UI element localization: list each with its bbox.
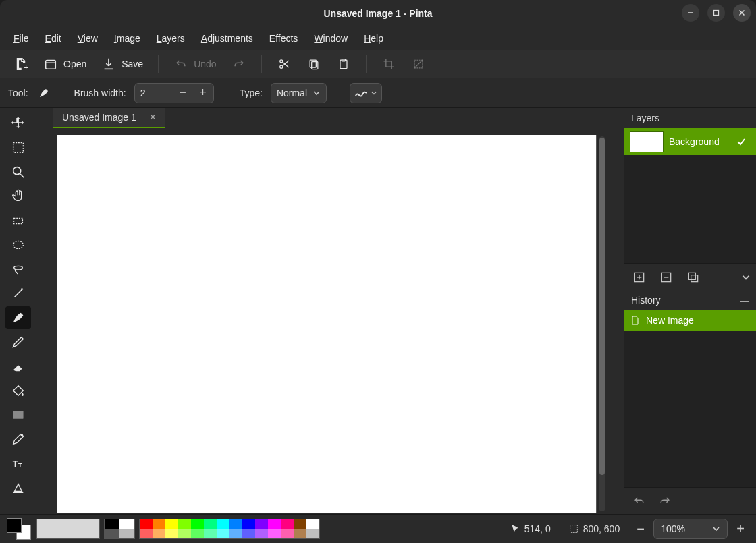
palette-swatch[interactable] bbox=[230, 529, 242, 538]
pan-tool[interactable] bbox=[5, 185, 31, 208]
open-button[interactable]: Open bbox=[38, 54, 92, 74]
canvas[interactable] bbox=[57, 135, 596, 513]
menu-image[interactable]: Image bbox=[107, 30, 147, 47]
foreground-color-swatch[interactable] bbox=[7, 518, 22, 533]
delete-layer-button[interactable] bbox=[657, 268, 676, 287]
document-tab[interactable]: Unsaved Image 1 × bbox=[53, 108, 165, 128]
color-picker-tool[interactable] bbox=[5, 428, 31, 451]
menu-help[interactable]: Help bbox=[357, 30, 390, 47]
redo-button[interactable] bbox=[226, 54, 252, 74]
menu-layers[interactable]: Layers bbox=[150, 30, 192, 47]
palette-swatch[interactable] bbox=[217, 519, 230, 529]
palette-swatch[interactable] bbox=[191, 529, 204, 538]
gradient-tool[interactable] bbox=[5, 403, 31, 426]
history-redo-button[interactable] bbox=[658, 494, 672, 508]
palette-swatch[interactable] bbox=[242, 529, 255, 538]
window-minimize-button[interactable] bbox=[682, 4, 699, 22]
layer-row[interactable]: Background bbox=[624, 128, 756, 155]
layers-panel-collapse[interactable]: — bbox=[740, 113, 749, 123]
rectangle-select-tool[interactable] bbox=[5, 136, 31, 159]
palette-swatch[interactable] bbox=[294, 529, 306, 538]
palette-swatch[interactable] bbox=[140, 529, 153, 538]
paintbrush-tool[interactable] bbox=[5, 306, 31, 329]
move-tool[interactable] bbox=[5, 112, 31, 135]
fg-bg-color-widget[interactable] bbox=[5, 517, 32, 541]
window-maximize-button[interactable] bbox=[707, 4, 725, 22]
palette-swatch[interactable] bbox=[281, 529, 294, 538]
brush-width-decrement[interactable]: − bbox=[173, 83, 193, 103]
brush-width-stepper[interactable]: − + bbox=[134, 83, 214, 103]
history-panel-collapse[interactable]: — bbox=[740, 295, 749, 306]
palette-swatch[interactable] bbox=[153, 519, 165, 529]
palette-swatch[interactable] bbox=[268, 519, 281, 529]
undo-button[interactable]: Undo bbox=[168, 54, 221, 74]
recent-color-swatch[interactable] bbox=[36, 519, 100, 539]
vertical-scrollbar[interactable] bbox=[599, 136, 605, 511]
brush-type-value: Normal bbox=[277, 88, 307, 98]
new-file-button[interactable]: + bbox=[8, 54, 34, 74]
save-button[interactable]: Save bbox=[96, 54, 148, 74]
history-undo-button[interactable] bbox=[632, 494, 646, 508]
menu-window[interactable]: Window bbox=[307, 30, 354, 47]
ellipse-select-tool[interactable] bbox=[5, 233, 31, 256]
palette-swatch[interactable] bbox=[178, 519, 191, 529]
tab-close-button[interactable]: × bbox=[150, 111, 156, 123]
canvas-viewport[interactable] bbox=[36, 128, 624, 514]
copy-button[interactable] bbox=[301, 54, 327, 74]
eraser-tool[interactable] bbox=[5, 355, 31, 378]
cut-button[interactable] bbox=[271, 54, 297, 74]
crop-button[interactable] bbox=[376, 54, 402, 74]
palette-swatch[interactable] bbox=[204, 529, 217, 538]
menu-file[interactable]: File bbox=[7, 30, 36, 47]
palette-swatch[interactable] bbox=[306, 529, 319, 538]
palette-swatch[interactable] bbox=[217, 529, 230, 538]
magic-wand-tool[interactable] bbox=[5, 282, 31, 305]
color-palette[interactable] bbox=[139, 519, 320, 539]
palette-swatch[interactable] bbox=[153, 529, 165, 538]
palette-swatch[interactable] bbox=[204, 519, 217, 529]
mini-swatches[interactable] bbox=[104, 519, 135, 539]
zoom-out-button[interactable]: − bbox=[630, 519, 651, 539]
bucket-fill-tool[interactable] bbox=[5, 379, 31, 402]
duplicate-layer-button[interactable] bbox=[684, 268, 703, 287]
paste-button[interactable] bbox=[331, 54, 356, 74]
layers-toolbar bbox=[624, 263, 756, 290]
pencil-tool[interactable] bbox=[5, 331, 31, 353]
text-tool[interactable]: TT bbox=[5, 452, 31, 475]
deselect-button[interactable] bbox=[406, 54, 431, 74]
zoom-in-button[interactable]: + bbox=[730, 519, 751, 539]
crop-select-tool[interactable] bbox=[5, 209, 31, 232]
layers-more-button[interactable] bbox=[741, 273, 751, 282]
palette-swatch[interactable] bbox=[268, 529, 281, 538]
palette-swatch[interactable] bbox=[165, 529, 178, 538]
menu-view[interactable]: View bbox=[71, 30, 105, 47]
menu-edit[interactable]: Edit bbox=[38, 30, 68, 47]
palette-swatch[interactable] bbox=[178, 529, 191, 538]
window-close-button[interactable] bbox=[733, 4, 751, 22]
add-layer-button[interactable] bbox=[630, 268, 649, 287]
palette-swatch[interactable] bbox=[255, 529, 268, 538]
palette-swatch[interactable] bbox=[255, 519, 268, 529]
zoom-level-dropdown[interactable]: 100% bbox=[653, 519, 728, 539]
brush-width-increment[interactable]: + bbox=[193, 83, 213, 103]
clone-stamp-tool[interactable] bbox=[5, 476, 31, 499]
palette-swatch[interactable] bbox=[191, 519, 204, 529]
history-item[interactable]: New Image bbox=[624, 310, 756, 331]
brush-width-input[interactable] bbox=[135, 88, 173, 98]
menu-adjustments[interactable]: Adjustments bbox=[194, 30, 260, 47]
palette-swatch[interactable] bbox=[281, 519, 294, 529]
stroke-style-dropdown[interactable] bbox=[350, 83, 382, 103]
palette-swatch[interactable] bbox=[294, 519, 306, 529]
zoom-tool[interactable] bbox=[5, 161, 31, 183]
palette-swatch[interactable] bbox=[242, 519, 255, 529]
palette-swatch[interactable] bbox=[306, 519, 319, 529]
menu-effects[interactable]: Effects bbox=[263, 30, 305, 47]
canvas-size-value: 800, 600 bbox=[583, 523, 620, 534]
palette-swatch[interactable] bbox=[140, 519, 153, 529]
scrollbar-thumb[interactable] bbox=[599, 138, 605, 475]
brush-type-dropdown[interactable]: Normal bbox=[271, 83, 327, 103]
lasso-tool[interactable] bbox=[5, 258, 31, 281]
palette-swatch[interactable] bbox=[165, 519, 178, 529]
palette-swatch[interactable] bbox=[230, 519, 242, 529]
layer-visibility-toggle[interactable] bbox=[736, 136, 756, 147]
